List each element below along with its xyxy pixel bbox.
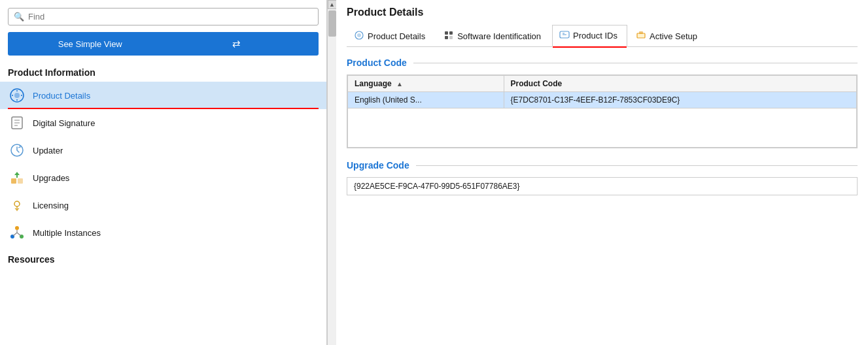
upgrade-code-section-title: Upgrade Code: [347, 160, 858, 171]
search-input[interactable]: [28, 12, 313, 22]
svg-rect-10: [445, 31, 448, 35]
sort-arrow-language: ▲: [396, 80, 403, 88]
sidebar-item-licensing[interactable]: Licensing: [0, 191, 326, 219]
toggle-icon: ⇄: [164, 38, 310, 50]
svg-point-5: [14, 201, 20, 206]
table-row-empty: [348, 108, 857, 148]
svg-rect-3: [11, 178, 16, 184]
licensing-icon: [8, 196, 26, 214]
scroll-thumb[interactable]: [328, 10, 336, 37]
tab-product-ids[interactable]: Product IDs: [552, 25, 627, 47]
tab-software-identification-icon: [443, 30, 454, 42]
tab-product-details-label: Product Details: [368, 31, 425, 41]
scroll-up-arrow[interactable]: ▲: [328, 0, 337, 9]
upgrades-icon: [8, 169, 26, 187]
product-code-table-wrapper: Language ▲ Product Code English (United …: [347, 74, 858, 148]
tab-software-identification-label: Software Identification: [457, 31, 541, 41]
simple-view-button[interactable]: See Simple View ⇄: [8, 32, 319, 56]
sidebar-item-product-details[interactable]: Product Details: [0, 82, 326, 109]
tab-product-ids-icon: [559, 29, 570, 42]
sidebar-item-label-updater: Updater: [33, 146, 63, 156]
sidebar-item-label-product-details: Product Details: [33, 91, 90, 101]
product-code-section-title: Product Code: [347, 58, 858, 68]
svg-rect-16: [639, 31, 643, 34]
svg-rect-13: [449, 36, 453, 39]
svg-rect-15: [637, 33, 645, 38]
product-details-icon: [8, 86, 26, 105]
tabs-bar: Product Details Software Identification …: [347, 25, 858, 47]
tab-active-setup-label: Active Setup: [650, 31, 697, 41]
scrollbar[interactable]: ▲: [327, 0, 336, 345]
sidebar: 🔍 See Simple View ⇄ Product Information …: [0, 0, 327, 345]
tab-active-setup[interactable]: Active Setup: [629, 25, 707, 46]
sidebar-item-updater[interactable]: Updater: [0, 137, 326, 164]
col-header-product-code[interactable]: Product Code: [504, 76, 856, 92]
resources-header: Resources: [0, 252, 326, 269]
digital-signature-icon: [8, 114, 26, 132]
search-icon: 🔍: [14, 12, 24, 22]
cell-product-code: {E7DC8701-C13F-4EEF-B12F-7853CF03DE9C}: [504, 92, 856, 108]
col-header-language[interactable]: Language ▲: [348, 76, 504, 92]
sidebar-item-label-licensing: Licensing: [33, 201, 69, 210]
updater-icon: [8, 141, 26, 159]
sidebar-item-upgrades[interactable]: Upgrades: [0, 164, 326, 191]
multiple-instances-icon: [8, 223, 26, 242]
cell-language: English (United S...: [348, 92, 504, 108]
svg-rect-4: [18, 178, 23, 184]
main-content: Product Details Product Details Software…: [336, 0, 868, 345]
table-row[interactable]: English (United S... {E7DC8701-C13F-4EEF…: [348, 92, 857, 108]
sidebar-item-label-upgrades: Upgrades: [33, 173, 69, 183]
sidebar-item-digital-signature[interactable]: Digital Signature: [0, 109, 326, 137]
product-information-header: Product Information: [0, 65, 326, 82]
svg-point-6: [15, 226, 19, 230]
tab-software-identification[interactable]: Software Identification: [436, 25, 551, 46]
sidebar-item-multiple-instances[interactable]: Multiple Instances: [0, 219, 326, 246]
simple-view-label: See Simple View: [17, 39, 164, 49]
tab-product-details[interactable]: Product Details: [347, 25, 435, 46]
upgrade-code-value: {922AE5CE-F9CA-47F0-99D5-651F07786AE3}: [347, 177, 858, 195]
tab-product-ids-label: Product IDs: [573, 31, 617, 41]
product-code-table: Language ▲ Product Code English (United …: [347, 75, 857, 148]
tab-active-setup-icon: [636, 30, 646, 42]
page-title: Product Details: [347, 7, 858, 18]
sidebar-item-label-multiple-instances: Multiple Instances: [33, 228, 101, 238]
svg-rect-11: [449, 31, 453, 35]
tab-product-details-icon: [354, 30, 364, 42]
svg-rect-12: [445, 36, 448, 39]
search-bar[interactable]: 🔍: [8, 8, 319, 25]
sidebar-item-label-digital-signature: Digital Signature: [33, 118, 95, 128]
